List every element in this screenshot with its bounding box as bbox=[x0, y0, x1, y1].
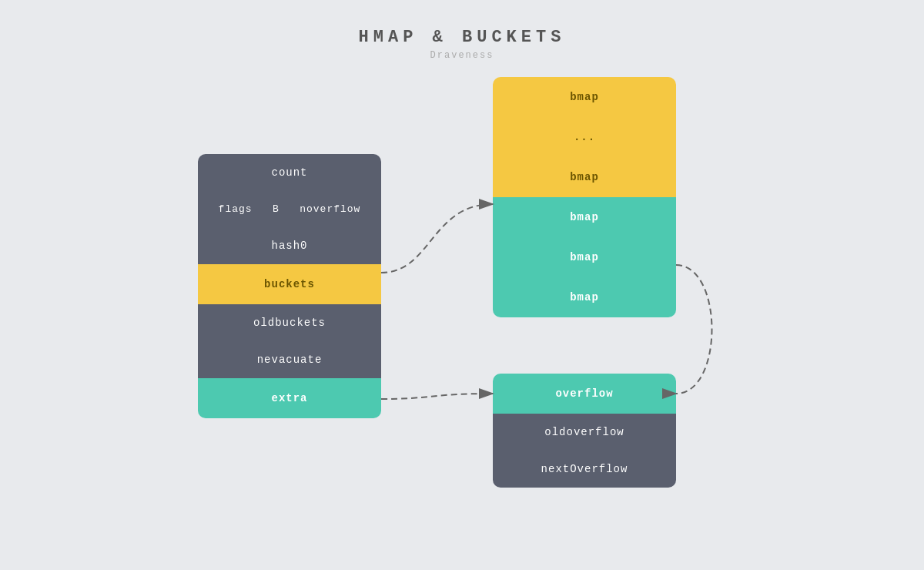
extra-to-mapextra-arrow bbox=[381, 394, 493, 399]
bmap-teal-1: bmap bbox=[493, 197, 676, 237]
bmap-teal-to-overflow-arrow bbox=[676, 265, 712, 394]
mapextra-field-oldoverflow: oldoverflow bbox=[493, 414, 676, 451]
hmap-field-count: count bbox=[198, 154, 381, 191]
bmap-yellow-dots: ... bbox=[493, 117, 676, 157]
hmap-field-oldbuckets: oldbuckets bbox=[198, 304, 381, 341]
diagram: hmap count flags B noverflow hash0 bucke… bbox=[0, 69, 924, 570]
hmap-field-hash0: hash0 bbox=[198, 227, 381, 264]
hmap-box: hmap count flags B noverflow hash0 bucke… bbox=[198, 154, 381, 418]
page-title: HMAP & BUCKETS bbox=[0, 0, 924, 47]
bmap-array-box: []bmap bmap ... bmap bmap bmap bmap bbox=[493, 77, 676, 317]
bmap-teal-3: bmap bbox=[493, 277, 676, 317]
bmap-yellow-2: bmap bbox=[493, 157, 676, 197]
hmap-field-extra: extra bbox=[198, 378, 381, 418]
buckets-to-bmap-arrow bbox=[381, 204, 493, 273]
bmap-teal-2: bmap bbox=[493, 237, 676, 277]
arrows-overlay bbox=[0, 69, 924, 570]
hmap-field-flags: flags B noverflow bbox=[198, 191, 381, 227]
mapextra-field-nextoverflow: nextOverflow bbox=[493, 451, 676, 488]
hmap-field-nevacuate: nevacuate bbox=[198, 341, 381, 378]
mapextra-field-overflow: overflow bbox=[493, 374, 676, 414]
subtitle: Draveness bbox=[0, 50, 924, 61]
hmap-field-buckets: buckets bbox=[198, 264, 381, 304]
mapextra-box: mapextra overflow oldoverflow nextOverfl… bbox=[493, 374, 676, 488]
bmap-yellow-1: bmap bbox=[493, 77, 676, 117]
